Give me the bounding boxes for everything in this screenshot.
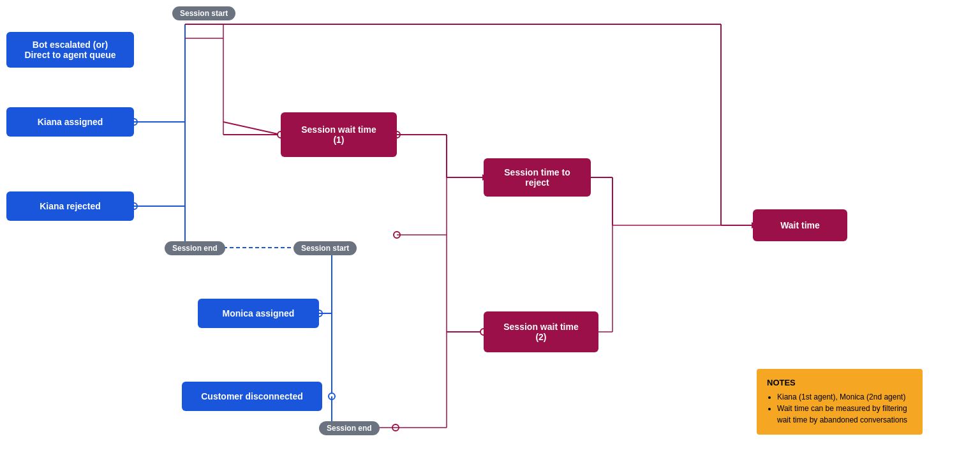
notes-box: NOTES Kiana (1st agent), Monica (2nd age… xyxy=(757,369,923,435)
svg-point-25 xyxy=(394,232,400,238)
session-end-1-label: Session end xyxy=(165,241,225,255)
bot-escalated-node: Bot escalated (or) Direct to agent queue xyxy=(6,32,134,68)
notes-title: NOTES xyxy=(767,378,912,387)
svg-point-37 xyxy=(392,424,399,431)
session-end-2-label: Session end xyxy=(319,421,380,435)
session-start-2-label: Session start xyxy=(293,241,357,255)
monica-assigned-node: Monica assigned xyxy=(198,299,319,328)
svg-line-8 xyxy=(223,122,281,135)
customer-disconnected-node: Customer disconnected xyxy=(182,382,322,411)
session-wait-time-2-node: Session wait time (2) xyxy=(484,311,598,352)
diagram: Session start Bot escalated (or) Direct … xyxy=(0,0,980,471)
wait-time-node: Wait time xyxy=(753,209,847,241)
kiana-assigned-node: Kiana assigned xyxy=(6,107,134,137)
session-time-reject-node: Session time to reject xyxy=(484,158,591,197)
notes-item-1: Kiana (1st agent), Monica (2nd agent) xyxy=(777,391,912,403)
session-wait-time-1-node: Session wait time (1) xyxy=(281,112,397,157)
session-start-1-label: Session start xyxy=(172,6,235,20)
kiana-rejected-node: Kiana rejected xyxy=(6,191,134,221)
notes-item-2: Wait time can be measured by filtering w… xyxy=(777,403,912,426)
notes-list: Kiana (1st agent), Monica (2nd agent) Wa… xyxy=(767,391,912,426)
svg-point-35 xyxy=(329,393,335,400)
